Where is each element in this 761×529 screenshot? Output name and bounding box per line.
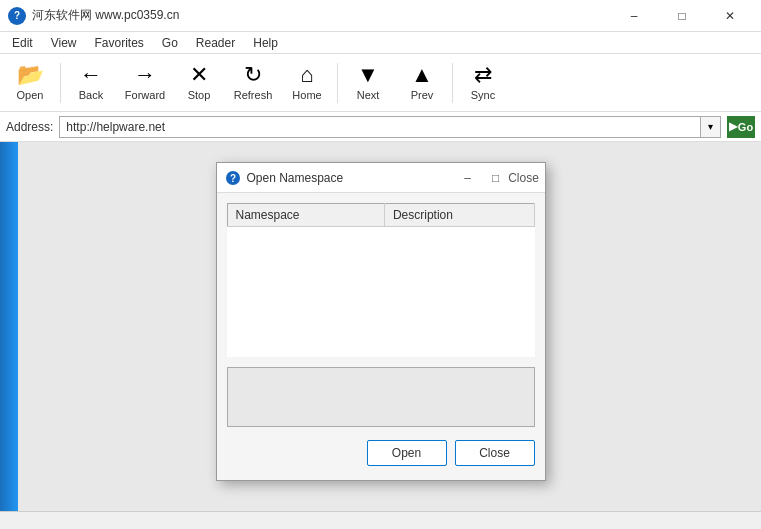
dialog-open-button[interactable]: Open <box>367 440 447 466</box>
stop-icon: ✕ <box>190 64 208 86</box>
status-bar <box>0 511 761 529</box>
dialog-body: Namespace Description Open Close <box>217 193 545 480</box>
menu-reader[interactable]: Reader <box>188 34 243 52</box>
title-bar: ? 河东软件网 www.pc0359.cn – □ ✕ <box>0 0 761 32</box>
sync-icon: ⇄ <box>474 64 492 86</box>
prev-icon: ▲ <box>411 64 433 86</box>
next-label: Next <box>357 89 380 101</box>
address-dropdown-button[interactable]: ▾ <box>701 116 721 138</box>
open-icon: 📂 <box>17 64 44 86</box>
app-icon: ? <box>8 7 26 25</box>
namespace-column-header: Namespace <box>227 204 384 227</box>
table-header-row: Namespace Description <box>227 204 534 227</box>
dialog-title-text: Open Namespace <box>247 171 344 185</box>
menu-view[interactable]: View <box>43 34 85 52</box>
home-label: Home <box>292 89 321 101</box>
description-column-header: Description <box>384 204 534 227</box>
menu-favorites[interactable]: Favorites <box>86 34 151 52</box>
forward-button[interactable]: → Forward <box>119 58 171 108</box>
forward-label: Forward <box>125 89 165 101</box>
back-button[interactable]: ← Back <box>65 58 117 108</box>
menu-bar: Edit View Favorites Go Reader Help <box>0 32 761 54</box>
namespace-table-head: Namespace Description <box>227 204 534 227</box>
toolbar-sep-3 <box>452 63 453 103</box>
description-textarea[interactable] <box>227 367 535 427</box>
next-button[interactable]: ▼ Next <box>342 58 394 108</box>
toolbar-sep-2 <box>337 63 338 103</box>
stop-label: Stop <box>188 89 211 101</box>
sync-label: Sync <box>471 89 495 101</box>
address-input[interactable] <box>59 116 701 138</box>
go-button[interactable]: ▶ Go <box>727 116 755 138</box>
dialog-overlay: ? Open Namespace – □ Close Namespace <box>0 142 761 529</box>
address-label: Address: <box>6 120 53 134</box>
refresh-button[interactable]: ↻ Refresh <box>227 58 279 108</box>
open-button[interactable]: 📂 Open <box>4 58 56 108</box>
window-controls: – □ ✕ <box>611 0 753 32</box>
open-namespace-dialog: ? Open Namespace – □ Close Namespace <box>216 162 546 481</box>
menu-help[interactable]: Help <box>245 34 286 52</box>
next-icon: ▼ <box>357 64 379 86</box>
stop-button[interactable]: ✕ Stop <box>173 58 225 108</box>
dialog-controls: – □ Close <box>455 167 537 189</box>
namespace-table: Namespace Description <box>227 203 535 357</box>
refresh-label: Refresh <box>234 89 273 101</box>
dialog-cancel-button[interactable]: Close <box>455 440 535 466</box>
home-icon: ⌂ <box>300 64 313 86</box>
forward-icon: → <box>134 64 156 86</box>
dialog-maximize-button[interactable]: □ <box>483 167 509 189</box>
sync-button[interactable]: ⇄ Sync <box>457 58 509 108</box>
toolbar: 📂 Open ← Back → Forward ✕ Stop ↻ Refresh… <box>0 54 761 112</box>
dialog-close-button[interactable]: Close <box>511 167 537 189</box>
go-arrow-icon: ▶ <box>729 120 737 133</box>
dialog-app-icon: ? <box>225 170 241 186</box>
minimize-button[interactable]: – <box>611 0 657 32</box>
go-label: Go <box>738 121 753 133</box>
svg-text:?: ? <box>229 173 235 184</box>
address-bar: Address: ▾ ▶ Go <box>0 112 761 142</box>
dialog-minimize-button[interactable]: – <box>455 167 481 189</box>
maximize-button[interactable]: □ <box>659 0 705 32</box>
refresh-icon: ↻ <box>244 64 262 86</box>
namespace-table-body[interactable] <box>227 227 534 357</box>
dialog-actions: Open Close <box>227 440 535 470</box>
title-text: 河东软件网 www.pc0359.cn <box>32 7 179 24</box>
address-input-wrapper: ▾ <box>59 116 721 138</box>
dialog-title-left: ? Open Namespace <box>225 170 344 186</box>
close-button[interactable]: ✕ <box>707 0 753 32</box>
back-label: Back <box>79 89 103 101</box>
home-button[interactable]: ⌂ Home <box>281 58 333 108</box>
back-icon: ← <box>80 64 102 86</box>
dialog-title-bar: ? Open Namespace – □ Close <box>217 163 545 193</box>
toolbar-sep-1 <box>60 63 61 103</box>
prev-label: Prev <box>411 89 434 101</box>
title-bar-left: ? 河东软件网 www.pc0359.cn <box>8 7 179 25</box>
main-content: ? Open Namespace – □ Close Namespace <box>0 142 761 529</box>
menu-go[interactable]: Go <box>154 34 186 52</box>
open-label: Open <box>17 89 44 101</box>
menu-edit[interactable]: Edit <box>4 34 41 52</box>
prev-button[interactable]: ▲ Prev <box>396 58 448 108</box>
